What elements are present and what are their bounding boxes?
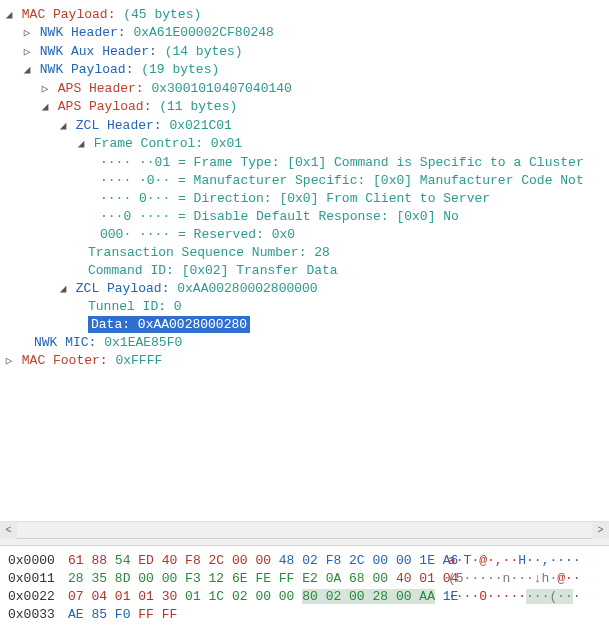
scroll-right-icon[interactable]: > <box>592 522 609 539</box>
field-label: NWK MIC: <box>34 335 96 350</box>
field-value: 0 <box>174 299 182 314</box>
field-value: (11 bytes) <box>159 100 237 115</box>
node-nwk-header[interactable]: ▷ NWK Header: 0xA61E00002CF80248 <box>4 24 605 42</box>
bitfield-row: 000· ···· = Reserved: 0x0 <box>4 226 605 244</box>
bitfield-text: ···· ··01 = Frame Type: [0x1] Command is… <box>100 155 584 170</box>
field-label: APS Payload: <box>58 100 152 115</box>
chevron-right-icon[interactable]: ▷ <box>22 43 32 61</box>
field-label: NWK Aux Header: <box>40 44 157 59</box>
field-value: 0xAA00280002800000 <box>177 281 317 296</box>
hex-dump-pane[interactable]: 0x000061 88 54 ED 40 F8 2C 00 00 48 02 F… <box>0 546 609 634</box>
chevron-down-icon[interactable]: ◢ <box>58 280 68 298</box>
chevron-right-icon[interactable]: ▷ <box>4 352 14 370</box>
hex-bytes: 28 35 8D 00 00 F3 12 6E FE FF E2 0A 68 0… <box>68 570 448 588</box>
node-zcl-payload[interactable]: ◢ ZCL Payload: 0xAA00280002800000 <box>4 280 605 298</box>
hex-ascii: ····0········(··· <box>448 588 581 606</box>
chevron-down-icon[interactable]: ◢ <box>22 61 32 79</box>
hex-bytes: 61 88 54 ED 40 F8 2C 00 00 48 02 F8 2C 0… <box>68 552 448 570</box>
bitfield-row: ···0 ···· = Disable Default Response: [0… <box>4 208 605 226</box>
hex-offset: 0x0000 <box>8 552 68 570</box>
field-value: (14 bytes) <box>165 44 243 59</box>
node-frame-control[interactable]: ◢ Frame Control: 0x01 <box>4 135 605 153</box>
hex-row[interactable]: 0x0033AE 85 F0 FF FF <box>8 606 601 624</box>
hex-row[interactable]: 0x001128 35 8D 00 00 F3 12 6E FE FF E2 0… <box>8 570 601 588</box>
field-value: 0x1EAE85F0 <box>104 335 182 350</box>
field-value: 0xFFFF <box>115 353 162 368</box>
field-value: (45 bytes) <box>123 7 201 22</box>
field-label: Command ID: <box>88 263 174 278</box>
node-tunnel-id[interactable]: Tunnel ID: 0 <box>4 298 605 316</box>
scroll-left-icon[interactable]: < <box>0 522 17 539</box>
hex-ascii: (5·····n···↓h·@·· <box>448 570 581 588</box>
hex-offset: 0x0022 <box>8 588 68 606</box>
bitfield-row: ···· ··01 = Frame Type: [0x1] Command is… <box>4 154 605 172</box>
field-value: (19 bytes) <box>141 63 219 78</box>
horizontal-scrollbar[interactable]: < > <box>0 521 609 538</box>
bitfield-text: ···· 0··· = Direction: [0x0] From Client… <box>100 191 490 206</box>
node-transaction-seq[interactable]: Transaction Sequence Number: 28 <box>4 244 605 262</box>
chevron-right-icon[interactable]: ▷ <box>40 80 50 98</box>
bitfield-text: ···0 ···· = Disable Default Response: [0… <box>100 209 459 224</box>
field-label: Frame Control: <box>94 137 203 152</box>
hex-bytes: AE 85 F0 FF FF <box>68 606 448 624</box>
hex-row[interactable]: 0x002207 04 01 01 30 01 1C 02 00 00 80 0… <box>8 588 601 606</box>
node-nwk-mic[interactable]: NWK MIC: 0x1EAE85F0 <box>4 334 605 352</box>
pane-splitter[interactable] <box>0 538 609 546</box>
node-data-selected[interactable]: Data: 0xAA0028000280 <box>4 316 605 334</box>
bitfield-text: 000· ···· = Reserved: 0x0 <box>100 227 295 242</box>
bitfield-row: ···· ·0·· = Manufacturer Specific: [0x0]… <box>4 172 605 190</box>
field-label: MAC Footer: <box>22 353 108 368</box>
chevron-down-icon[interactable]: ◢ <box>58 117 68 135</box>
chevron-down-icon[interactable]: ◢ <box>40 98 50 116</box>
hex-offset: 0x0011 <box>8 570 68 588</box>
field-value: 0x01 <box>211 137 242 152</box>
field-label: Transaction Sequence Number: <box>88 245 306 260</box>
node-aps-header[interactable]: ▷ APS Header: 0x3001010407040140 <box>4 80 605 98</box>
hex-row[interactable]: 0x000061 88 54 ED 40 F8 2C 00 00 48 02 F… <box>8 552 601 570</box>
node-command-id[interactable]: Command ID: [0x02] Transfer Data <box>4 262 605 280</box>
field-label: NWK Header: <box>40 26 126 41</box>
field-value: 0x021C01 <box>169 118 231 133</box>
field-value: 0xAA0028000280 <box>138 317 247 332</box>
field-value: 28 <box>314 245 330 260</box>
node-mac-footer[interactable]: ▷ MAC Footer: 0xFFFF <box>4 352 605 370</box>
hex-offset: 0x0033 <box>8 606 68 624</box>
chevron-right-icon[interactable]: ▷ <box>22 24 32 42</box>
field-value: [0x02] Transfer Data <box>182 263 338 278</box>
field-label: NWK Payload: <box>40 63 134 78</box>
field-label: MAC Payload: <box>22 7 116 22</box>
node-nwk-payload[interactable]: ◢ NWK Payload: (19 bytes) <box>4 61 605 79</box>
field-label: ZCL Payload: <box>76 281 170 296</box>
node-aps-payload[interactable]: ◢ APS Payload: (11 bytes) <box>4 98 605 116</box>
node-nwk-aux-header[interactable]: ▷ NWK Aux Header: (14 bytes) <box>4 43 605 61</box>
node-mac-payload[interactable]: ◢ MAC Payload: (45 bytes) <box>4 6 605 24</box>
chevron-down-icon[interactable]: ◢ <box>4 6 14 24</box>
field-label: Data: <box>91 317 130 332</box>
field-value: 0x3001010407040140 <box>151 81 291 96</box>
field-label: Tunnel ID: <box>88 299 166 314</box>
chevron-down-icon[interactable]: ◢ <box>76 135 86 153</box>
protocol-tree[interactable]: ◢ MAC Payload: (45 bytes) ▷ NWK Header: … <box>0 0 609 521</box>
field-label: ZCL Header: <box>76 118 162 133</box>
field-value: 0xA61E00002CF80248 <box>133 26 273 41</box>
bitfield-row: ···· 0··· = Direction: [0x0] From Client… <box>4 190 605 208</box>
hex-ascii: a·T·@·,··H··,···· <box>448 552 581 570</box>
field-label: APS Header: <box>58 81 144 96</box>
bitfield-text: ···· ·0·· = Manufacturer Specific: [0x0]… <box>100 173 584 188</box>
node-zcl-header[interactable]: ◢ ZCL Header: 0x021C01 <box>4 117 605 135</box>
hex-bytes: 07 04 01 01 30 01 1C 02 00 00 80 02 00 2… <box>68 588 448 606</box>
